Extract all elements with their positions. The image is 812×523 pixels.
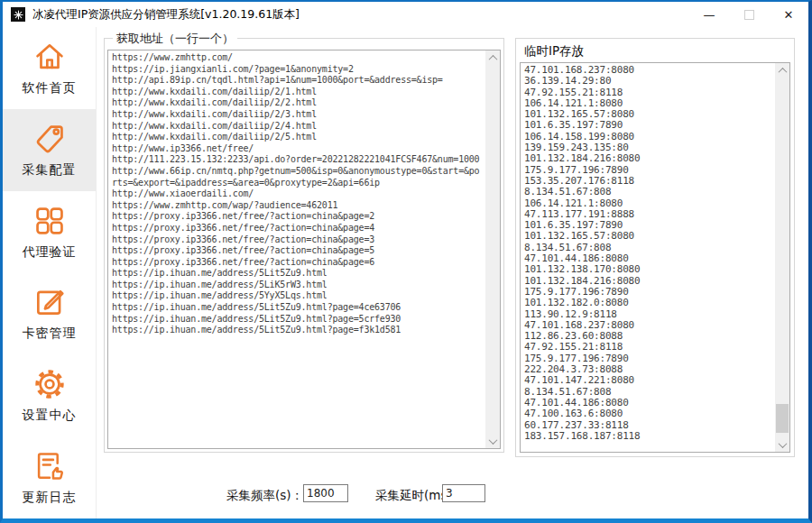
sidebar-item-settings[interactable]: 设置中心	[3, 354, 96, 436]
sidebar-item-label: 代理验证	[23, 244, 77, 261]
maximize-button[interactable]	[729, 2, 769, 27]
tag-icon	[32, 122, 67, 156]
app-window: 冰凌代理IP资源供应分销管理系统[v1.20.19.61版本] — ✕ 软件首页	[0, 0, 812, 523]
url-textarea[interactable]: https://www.zmhttp.com/ https://ip.jiang…	[108, 50, 485, 448]
snowflake-icon	[11, 7, 25, 22]
sidebar-item-label: 采集配置	[23, 162, 77, 179]
home-icon	[32, 40, 67, 74]
sidebar-item-collect-config[interactable]: 采集配置	[3, 109, 96, 191]
edit-icon	[32, 285, 67, 319]
ip-list-frame: 47.101.168.237:8080 36.139.14.29:80 47.9…	[520, 62, 790, 453]
groupbox-title: 获取地址（一行一个）	[113, 31, 237, 47]
sidebar-item-card-manage[interactable]: 卡密管理	[3, 272, 96, 354]
footer-controls: 采集频率(s)： 采集延时(ms)：	[96, 482, 808, 508]
temp-ip-title: 临时IP存放	[524, 43, 584, 60]
sidebar-item-label: 卡密管理	[23, 326, 77, 342]
ip-list[interactable]: 47.101.168.237:8080 36.139.14.29:80 47.9…	[521, 63, 774, 452]
close-button[interactable]: ✕	[769, 2, 808, 27]
url-scrollbar[interactable]	[485, 50, 500, 448]
collect-delay-input[interactable]	[442, 484, 485, 502]
scroll-up-icon[interactable]	[775, 63, 789, 78]
scroll-up-icon[interactable]	[485, 50, 500, 65]
sidebar-item-changelog[interactable]: 更新日志	[3, 436, 96, 518]
minimize-button[interactable]: —	[689, 2, 729, 27]
window-controls: — ✕	[689, 2, 808, 27]
gear-icon	[32, 367, 67, 401]
title-bar: 冰凌代理IP资源供应分销管理系统[v1.20.19.61版本] — ✕	[3, 2, 808, 27]
sidebar-item-label: 设置中心	[23, 408, 77, 424]
sidebar-item-label: 软件首页	[23, 80, 77, 96]
ip-scrollbar[interactable]	[775, 63, 789, 452]
changelog-icon	[32, 449, 67, 483]
url-textarea-frame: https://www.zmhttp.com/ https://ip.jiang…	[107, 50, 501, 449]
sidebar-item-label: 更新日志	[23, 490, 77, 506]
grid-icon	[32, 204, 67, 238]
maximize-box-icon	[744, 10, 754, 20]
temp-ip-panel: 临时IP存放 47.101.168.237:8080 36.139.14.29:…	[515, 38, 795, 457]
sidebar-item-home[interactable]: 软件首页	[3, 27, 96, 109]
collect-frequency-input[interactable]	[303, 484, 348, 502]
scrollbar-thumb[interactable]	[776, 404, 789, 433]
window-title: 冰凌代理IP资源供应分销管理系统[v1.20.19.61版本]	[32, 7, 300, 23]
collect-frequency-label: 采集频率(s)：	[226, 488, 303, 504]
sidebar-item-proxy-verify[interactable]: 代理验证	[3, 191, 96, 273]
sidebar: 软件首页 采集配置 代理验证	[3, 27, 97, 518]
fetch-address-groupbox: 获取地址（一行一个） https://www.zmhttp.com/ https…	[104, 38, 504, 453]
scroll-down-icon[interactable]	[485, 434, 500, 448]
scroll-down-icon[interactable]	[775, 437, 789, 452]
